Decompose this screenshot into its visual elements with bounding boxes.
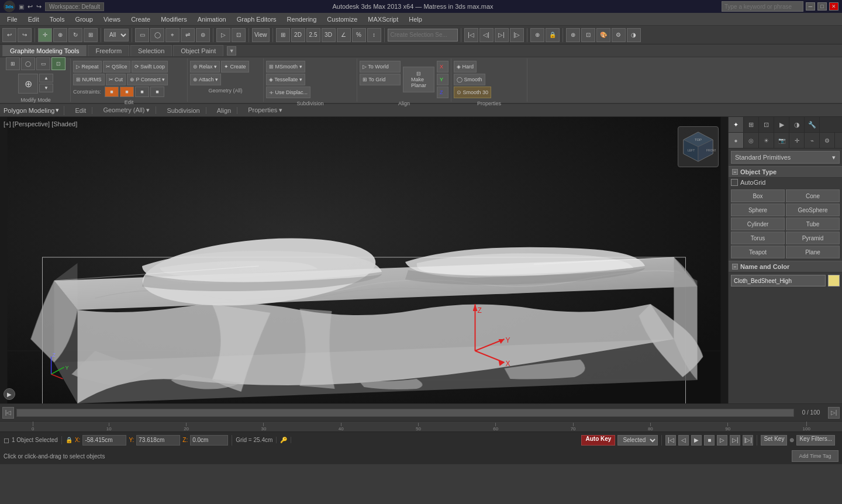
menu-customize[interactable]: Customize (322, 15, 362, 24)
tb-btn-render2[interactable]: ⊡ (232, 28, 246, 42)
maximize-button[interactable]: □ (817, 2, 827, 11)
tb-btn-render4[interactable]: ⊡ (581, 28, 595, 42)
rb-create[interactable]: ✦ Create (221, 61, 249, 73)
ribbon-tab-freeform[interactable]: Freeform (88, 45, 129, 56)
tb-btn-move[interactable]: ⊕ (53, 28, 67, 42)
add-time-tag-btn[interactable]: Add Time Tag (792, 450, 838, 462)
rb-constraint4[interactable]: ■ (150, 87, 164, 97)
object-name-input[interactable] (731, 275, 826, 286)
autogrid-checkbox[interactable] (731, 179, 738, 186)
x-input[interactable] (82, 435, 126, 446)
tb-btn-percentsnap[interactable]: % (352, 28, 366, 42)
tb-btn-select-rect[interactable]: ▭ (135, 28, 149, 42)
ot-sphere[interactable]: Sphere (731, 203, 785, 216)
tb-btn-render6[interactable]: ⚙ (612, 28, 626, 42)
rb-relax[interactable]: ⊜ Relax ▾ (190, 61, 220, 73)
menu-maxscript[interactable]: MAXScript (363, 15, 403, 24)
tb-btn-misc2[interactable]: ◁| (479, 28, 494, 42)
ot-tube[interactable]: Tube (786, 218, 840, 230)
rb-constraint1[interactable]: ■ (105, 87, 119, 97)
rp-tab2-cameras[interactable]: 📷 (774, 133, 789, 148)
pc-prev-key[interactable]: |◁ (665, 435, 676, 446)
rp-tab-motion[interactable]: ▶ (774, 117, 789, 132)
rb-mode-icon4[interactable]: ⊡ (51, 57, 65, 70)
rb-pconnect[interactable]: ⊕ P Connect ▾ (127, 74, 168, 85)
menu-modifiers[interactable]: Modifiers (156, 15, 192, 24)
y-input[interactable] (136, 435, 180, 446)
rp-tab2-shapes[interactable]: ◎ (744, 133, 759, 148)
pc-stop[interactable]: ■ (704, 435, 715, 446)
rb-smooth[interactable]: ◯ Smooth (454, 74, 485, 85)
rp-tab-utilities[interactable]: 🔧 (805, 117, 820, 132)
tb-btn-redo[interactable]: ↪ (18, 28, 32, 42)
object-type-header[interactable]: − Object Type (729, 166, 842, 178)
tb-btn-snap-toggle[interactable]: ⊞ (276, 28, 290, 42)
object-type-toggle[interactable]: − (732, 169, 738, 175)
rb-nurms[interactable]: ⊞ NURMS (73, 74, 105, 85)
menu-edit[interactable]: Edit (23, 15, 44, 24)
tb-btn-misc3[interactable]: ▷| (495, 28, 509, 42)
ot-plane[interactable]: Plane (786, 246, 840, 258)
object-color-swatch[interactable] (828, 275, 840, 286)
pc-next-key[interactable]: ▷| (730, 435, 740, 446)
tb-btn-select-lock[interactable]: 🔒 (546, 28, 560, 42)
redo-btn[interactable]: ↪ (36, 3, 42, 11)
minimize-button[interactable]: ─ (806, 2, 815, 11)
tb-btn-mirror[interactable]: ⇌ (181, 28, 195, 42)
rp-tab2-lights[interactable]: ☀ (759, 133, 774, 148)
rp-tab2-helpers[interactable]: ✛ (789, 133, 805, 148)
undo-btn[interactable]: ↩ (27, 3, 33, 11)
tb-btn-rotate[interactable]: ↻ (68, 28, 82, 42)
ribbon-tab-objectpaint[interactable]: Object Paint (173, 45, 223, 56)
tb-btn-select[interactable]: ✛ (38, 28, 52, 42)
menu-views[interactable]: Views (99, 15, 125, 24)
ot-box[interactable]: Box (731, 189, 785, 202)
ribbon-tab-selection[interactable]: Selection (130, 45, 172, 56)
menu-file[interactable]: File (2, 15, 22, 24)
ribbon-tab-graphite[interactable]: Graphite Modeling Tools (2, 45, 87, 56)
tb-btn-misc1[interactable]: |◁ (464, 28, 478, 42)
tl-prev-frame[interactable]: |◁ (2, 407, 14, 419)
tb-btn-snap3d[interactable]: 3D (322, 28, 336, 42)
rp-tab-display[interactable]: ◑ (789, 117, 805, 132)
ot-pyramid[interactable]: Pyramid (786, 232, 840, 244)
tb-btn-view[interactable]: View (252, 28, 270, 42)
tb-btn-snap2d[interactable]: 2D (291, 28, 305, 42)
name-color-toggle[interactable]: − (732, 264, 738, 270)
ribbon-expand-btn[interactable]: ▼ (227, 46, 236, 56)
rb-mode-icon2[interactable]: ◯ (21, 57, 35, 70)
name-color-header[interactable]: − Name and Color (729, 261, 842, 272)
rb-smooth30[interactable]: ⊙ Smooth 30 (454, 87, 491, 98)
pc-next-frame[interactable]: ▷ (717, 435, 727, 446)
pc-prev-frame[interactable]: ◁ (678, 435, 689, 446)
ot-cylinder[interactable]: Cylinder (731, 218, 785, 230)
tb-btn-named-select[interactable]: ⊕ (530, 28, 544, 42)
auto-key-button[interactable]: Auto Key (581, 435, 615, 446)
menu-rendering[interactable]: Rendering (282, 15, 322, 24)
selected-dropdown[interactable]: Selected (617, 435, 658, 446)
z-input[interactable] (190, 435, 228, 446)
set-key-button[interactable]: Set Key (761, 435, 787, 446)
menu-create[interactable]: Create (126, 15, 155, 24)
menu-animation[interactable]: Animation (193, 15, 231, 24)
viewport[interactable]: [+] [Perspective] [Shaded] (0, 117, 728, 403)
close-button[interactable]: ✕ (829, 2, 838, 11)
create-selection-input[interactable] (388, 29, 458, 42)
menu-graph-editors[interactable]: Graph Editors (232, 15, 281, 24)
key-filters-button[interactable]: Key Filters... (796, 435, 835, 446)
navigation-cube[interactable]: TOP LEFT FRONT (678, 126, 719, 167)
rb-usedisplac[interactable]: ⟛ Use Displac... (266, 87, 310, 98)
rp-tab2-systems[interactable]: ⚙ (820, 133, 835, 148)
layer-dropdown[interactable]: All (104, 29, 129, 42)
rb-tessellate[interactable]: ◈ Tessellate ▾ (266, 74, 305, 85)
tb-btn-render[interactable]: ▷ (216, 28, 230, 42)
rb-mode-icon7[interactable]: ▼ (39, 84, 53, 92)
rb-togrid[interactable]: ⊞ To Grid (360, 74, 401, 85)
rb-qslice[interactable]: ✂ QSlice (103, 61, 130, 73)
polygon-modeling-dropdown[interactable]: Polygon Modeling ▾ (4, 106, 59, 114)
rp-tab2-geometry[interactable]: ● (729, 133, 744, 148)
tb-btn-snap25d[interactable]: 2.5 (306, 28, 320, 42)
rb-toworld[interactable]: ▷ To World (360, 61, 401, 73)
tb-btn-spinnersnap[interactable]: ↕ (367, 28, 381, 42)
tb-btn-undo[interactable]: ↩ (2, 28, 16, 42)
